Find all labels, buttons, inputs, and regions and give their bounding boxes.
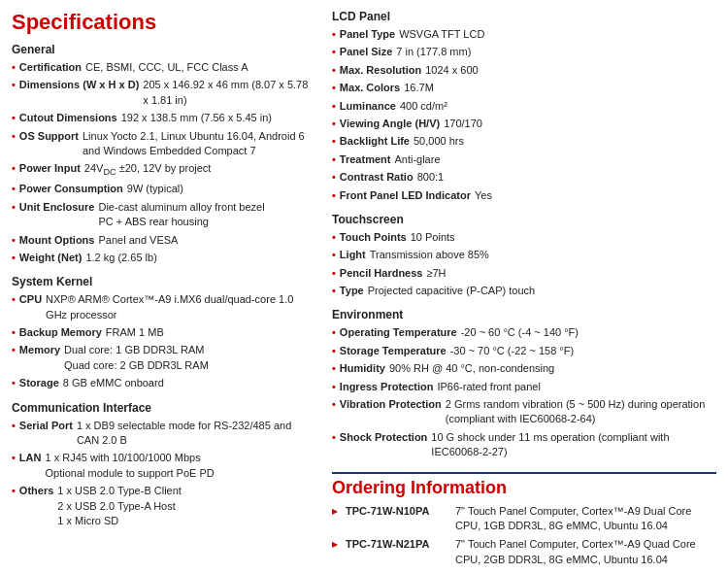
- list-item: Max. Resolution 1024 x 600: [332, 63, 716, 78]
- spec-value: 1 x USB 2.0 Type-B Client2 x USB 2.0 Typ…: [57, 484, 182, 528]
- spec-value: 50,000 hrs: [414, 134, 464, 149]
- list-item: Cutout Dimensions 192 x 138.5 mm (7.56 x…: [12, 111, 313, 125]
- spec-value: 90% RH @ 40 °C, non-condensing: [389, 361, 554, 376]
- right-column: LCD Panel Panel Type WSVGA TFT LCD Panel…: [332, 10, 716, 574]
- spec-label: Max. Colors: [340, 81, 400, 95]
- touchscreen-section-title: Touchscreen: [332, 213, 716, 226]
- spec-label: Viewing Angle (H/V): [340, 117, 440, 131]
- ordering-list: TPC-71W-N10PA 7" Touch Panel Computer, C…: [332, 504, 716, 574]
- spec-label: Type: [340, 284, 364, 298]
- general-section-title: General: [12, 43, 313, 56]
- spec-label: Power Input: [19, 161, 81, 179]
- list-item: Humidity 90% RH @ 40 °C, non-condensing: [332, 361, 716, 376]
- spec-label: Storage Temperature: [340, 344, 447, 358]
- environment-list: Operating Temperature -20 ~ 60 °C (-4 ~ …: [332, 325, 716, 459]
- spec-value: FRAM 1 MB: [106, 325, 164, 340]
- spec-label: Pencil Hardness: [340, 266, 423, 281]
- general-list: Certification CE, BSMI, CCC, UL, FCC Cla…: [12, 60, 313, 265]
- spec-label: CPU: [19, 292, 42, 322]
- spec-label: Storage: [19, 376, 59, 390]
- spec-value: WSVGA TFT LCD: [399, 27, 484, 42]
- list-item: Weight (Net) 1.2 kg (2.65 lb): [12, 251, 313, 265]
- order-label: TPC-71W-N21PA: [346, 537, 447, 567]
- spec-label: Humidity: [340, 361, 385, 376]
- spec-label: Touch Points: [340, 230, 407, 245]
- list-item: Operating Temperature -20 ~ 60 °C (-4 ~ …: [332, 325, 716, 340]
- spec-label: Others: [19, 484, 53, 528]
- spec-label: Treatment: [340, 152, 391, 167]
- spec-label: LAN: [19, 451, 42, 481]
- spec-label: Serial Port: [19, 419, 73, 449]
- list-item: Pencil Hardness ≥7H: [332, 266, 716, 281]
- spec-label: Light: [340, 248, 366, 262]
- list-item: Certification CE, BSMI, CCC, UL, FCC Cla…: [12, 60, 313, 75]
- environment-section-title: Environment: [332, 308, 716, 321]
- communication-list: Serial Port 1 x DB9 selectable mode for …: [12, 419, 313, 529]
- list-item: Panel Type WSVGA TFT LCD: [332, 27, 716, 42]
- left-column: Specifications General Certification CE,…: [12, 10, 313, 574]
- spec-value: 10 Points: [411, 230, 455, 245]
- list-item: Mount Options Panel and VESA: [12, 233, 313, 248]
- spec-value: Projected capacitive (P-CAP) touch: [368, 284, 535, 298]
- list-item: Contrast Ratio 800:1: [332, 170, 716, 185]
- spec-value: 9W (typical): [127, 182, 183, 196]
- list-item: OS Support Linux Yocto 2.1, Linux Ubuntu…: [12, 129, 313, 159]
- list-item: Panel Size 7 in (177.8 mm): [332, 45, 716, 59]
- spec-label: Certification: [19, 60, 82, 75]
- list-item: Ingress Protection IP66-rated front pane…: [332, 380, 716, 394]
- list-item: TPC-71W-N10PA 7" Touch Panel Computer, C…: [332, 504, 716, 534]
- spec-value: 170/170: [444, 117, 482, 131]
- spec-value: Transmission above 85%: [370, 248, 489, 262]
- spec-label: Backlight Life: [340, 134, 410, 149]
- touchscreen-list: Touch Points 10 Points Light Transmissio…: [332, 230, 716, 299]
- spec-value: IP66-rated front panel: [437, 380, 540, 394]
- lcd-section-title: LCD Panel: [332, 10, 716, 23]
- spec-value: Yes: [475, 188, 492, 203]
- spec-value: 1.2 kg (2.65 lb): [85, 251, 156, 265]
- spec-label: Shock Protection: [340, 430, 427, 460]
- page-title: Specifications: [12, 10, 313, 35]
- spec-label: Unit Enclosure: [19, 200, 95, 230]
- spec-value: 1 x DB9 selectable mode for RS-232/485 a…: [77, 419, 313, 449]
- list-item: Unit Enclosure Die-cast aluminum alloy f…: [12, 200, 313, 230]
- spec-label: Cutout Dimensions: [19, 111, 117, 125]
- spec-label: Luminance: [340, 99, 396, 114]
- spec-value: Panel and VESA: [98, 233, 178, 248]
- spec-label: Ingress Protection: [340, 380, 434, 394]
- spec-label: Panel Type: [340, 27, 395, 42]
- list-item: Type Projected capacitive (P-CAP) touch: [332, 284, 716, 298]
- spec-value: 16.7M: [404, 81, 434, 95]
- list-item: Dimensions (W x H x D) 205 x 146.92 x 46…: [12, 78, 313, 108]
- spec-value: 1 x RJ45 with 10/100/1000 MbpsOptional m…: [45, 451, 214, 481]
- list-item: Power Input 24VDC ±20, 12V by project: [12, 161, 313, 179]
- list-item: Backlight Life 50,000 hrs: [332, 134, 716, 149]
- spec-value: 192 x 138.5 mm (7.56 x 5.45 in): [121, 111, 272, 125]
- spec-value: 205 x 146.92 x 46 mm (8.07 x 5.78 x 1.81…: [143, 78, 313, 108]
- list-item: Max. Colors 16.7M: [332, 81, 716, 95]
- list-item: Touch Points 10 Points: [332, 230, 716, 245]
- lcd-list: Panel Type WSVGA TFT LCD Panel Size 7 in…: [332, 27, 716, 203]
- communication-section-title: Communication Interface: [12, 401, 313, 415]
- spec-value: 400 cd/m²: [400, 99, 447, 114]
- list-item: Memory Dual core: 1 GB DDR3L RAMQuad cor…: [12, 343, 313, 373]
- list-item: Others 1 x USB 2.0 Type-B Client2 x USB …: [12, 484, 313, 528]
- list-item: Front Panel LED Indicator Yes: [332, 188, 716, 203]
- system-kernel-list: CPU NXP® ARM® Cortex™-A9 i.MX6 dual/quad…: [12, 292, 313, 390]
- spec-value: Die-cast aluminum alloy front bezelPC + …: [98, 200, 264, 230]
- spec-value: CE, BSMI, CCC, UL, FCC Class A: [85, 60, 248, 75]
- spec-value: 7 in (177.8 mm): [396, 45, 471, 59]
- list-item: Luminance 400 cd/m²: [332, 99, 716, 114]
- list-item: Shock Protection 10 G shock under 11 ms …: [332, 430, 716, 460]
- list-item: TPC-71W-N21PA 7" Touch Panel Computer, C…: [332, 537, 716, 567]
- spec-label: Backup Memory: [19, 325, 102, 340]
- spec-label: Mount Options: [19, 233, 95, 248]
- spec-value: 1024 x 600: [425, 63, 478, 78]
- spec-value: ≥7H: [426, 266, 446, 281]
- list-item: Storage 8 GB eMMC onboard: [12, 376, 313, 390]
- order-value: 7" Touch Panel Computer, Cortex™-A9 Dual…: [455, 504, 716, 534]
- spec-value: 8 GB eMMC onboard: [63, 376, 164, 390]
- list-item: Vibration Protection 2 Grms random vibra…: [332, 397, 716, 427]
- list-item: Viewing Angle (H/V) 170/170: [332, 117, 716, 131]
- spec-label: Weight (Net): [19, 251, 83, 265]
- list-item: Power Consumption 9W (typical): [12, 182, 313, 196]
